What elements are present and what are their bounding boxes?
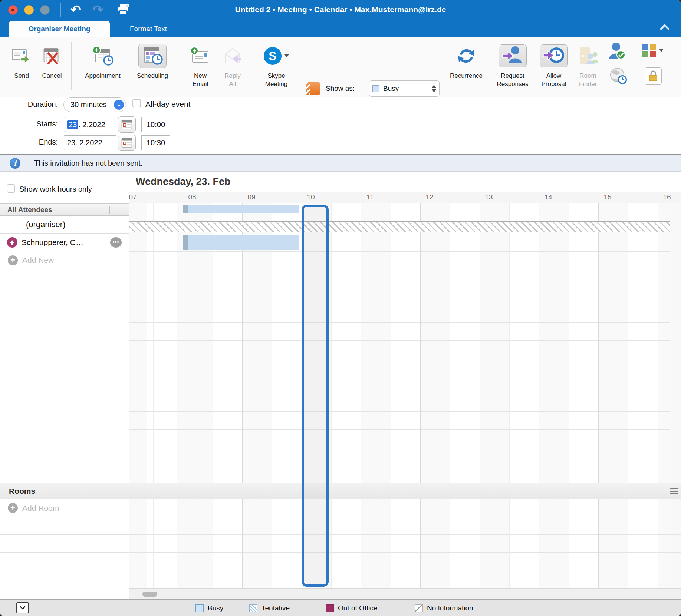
scheduling-assistant: Show work hours only All Attendees (orga… bbox=[0, 172, 681, 599]
show-work-hours-label: Show work hours only bbox=[19, 185, 92, 193]
hour-label-09: 09 bbox=[247, 193, 255, 201]
busy-swatch bbox=[372, 85, 379, 92]
add-attendee-plus-icon[interactable]: + bbox=[8, 255, 18, 265]
send-button[interactable]: Send bbox=[11, 40, 32, 80]
busy-block-attendee bbox=[183, 235, 299, 250]
all-attendees-grid-row[interactable] bbox=[129, 203, 670, 216]
ribbon: Send Cancel bbox=[0, 37, 681, 97]
new-email-button[interactable]: New Email bbox=[188, 40, 212, 88]
horizontal-scrollbar[interactable] bbox=[129, 588, 681, 599]
scheduling-icon bbox=[138, 44, 167, 68]
grid-right-gutter bbox=[670, 203, 681, 483]
column-resize-handle[interactable] bbox=[109, 206, 110, 214]
room-finder-icon bbox=[575, 40, 601, 72]
titlebar: ↶ ↷ Untitled 2 • Meeting • Calendar • Ma… bbox=[0, 0, 681, 37]
new-email-icon bbox=[188, 40, 212, 72]
skype-dropdown-caret[interactable] bbox=[284, 54, 289, 57]
legend-busy: Busy bbox=[195, 600, 223, 616]
hour-label-07: 07 bbox=[129, 193, 136, 201]
legend-busy-swatch bbox=[195, 604, 204, 612]
attendee-row[interactable]: Schnupperer, C… ••• bbox=[0, 234, 129, 251]
recurrence-button[interactable]: Recurrence bbox=[450, 40, 483, 80]
categorize-button[interactable] bbox=[642, 44, 664, 57]
reply-all-icon bbox=[222, 40, 243, 72]
collapse-ribbon-icon[interactable] bbox=[659, 23, 670, 31]
busy-block-all-attendees bbox=[183, 205, 299, 213]
statusbar: Busy Tentative Out of Office No Informat… bbox=[0, 599, 681, 616]
legend-no-information: No Information bbox=[415, 600, 473, 616]
hour-label-10: 10 bbox=[307, 193, 315, 201]
cancel-button[interactable]: Cancel bbox=[42, 40, 62, 80]
starts-label: Starts: bbox=[7, 120, 58, 128]
add-new-attendee-row[interactable]: + Add New bbox=[0, 251, 129, 269]
time-zones-icon[interactable] bbox=[609, 67, 628, 86]
send-icon bbox=[11, 40, 32, 72]
appointment-button[interactable]: Appointment bbox=[85, 40, 120, 80]
window-title: Untitled 2 • Meeting • Calendar • Max.Mu… bbox=[0, 0, 681, 19]
expand-legend-button[interactable] bbox=[16, 602, 29, 613]
rooms-grid-rows[interactable] bbox=[129, 499, 670, 588]
starts-date-picker-button[interactable] bbox=[118, 116, 136, 133]
legend-out-of-office: Out of Office bbox=[326, 600, 377, 616]
horizontal-scrollbar-thumb[interactable] bbox=[142, 592, 157, 597]
starts-date-input[interactable]: 23. 2.2022 bbox=[64, 117, 116, 132]
calendar-icon bbox=[121, 119, 132, 130]
lock-icon bbox=[648, 70, 658, 82]
hour-axis: 07080910111213141516 bbox=[129, 192, 681, 203]
outlook-meeting-window: ↶ ↷ Untitled 2 • Meeting • Calendar • Ma… bbox=[0, 0, 681, 616]
hour-label-16: 16 bbox=[663, 193, 671, 201]
busy-block-edge bbox=[183, 235, 188, 250]
categorize-caret[interactable] bbox=[659, 49, 664, 52]
no-information-band-organiser bbox=[129, 221, 670, 232]
hour-label-11: 11 bbox=[366, 193, 374, 201]
private-lock-button[interactable] bbox=[645, 67, 662, 85]
rooms-grip-icon[interactable] bbox=[670, 488, 678, 494]
add-room-plus-icon[interactable]: + bbox=[8, 503, 18, 513]
ends-date-picker-button[interactable] bbox=[118, 135, 136, 151]
calendar-icon bbox=[121, 138, 132, 148]
duration-caret-icon: ⌄ bbox=[114, 100, 124, 110]
hour-label-08: 08 bbox=[188, 193, 196, 201]
attendee-grid-rows[interactable] bbox=[129, 216, 670, 483]
duration-select[interactable]: 30 minutes ⌄ bbox=[63, 97, 126, 112]
starts-day-selected[interactable]: 23 bbox=[67, 120, 78, 129]
hour-label-13: 13 bbox=[485, 193, 493, 201]
ends-date-input[interactable]: 23. 2.2022 bbox=[64, 135, 116, 150]
day-title: Wednesday, 23. Feb bbox=[129, 172, 681, 192]
selected-time-slot[interactable] bbox=[302, 205, 329, 587]
all-day-label: All-day event bbox=[145, 100, 190, 109]
ribbon-separator bbox=[180, 42, 180, 90]
work-hours-row: Show work hours only bbox=[0, 172, 129, 203]
attendee-options-icon[interactable]: ••• bbox=[110, 237, 122, 248]
infobar-message: This invitation has not been sent. bbox=[34, 155, 142, 172]
skype-meeting-button[interactable]: S Skype Meeting bbox=[261, 40, 291, 88]
show-work-hours-checkbox[interactable] bbox=[7, 184, 15, 193]
ribbon-separator bbox=[71, 42, 72, 90]
rooms-header: Rooms bbox=[0, 483, 681, 499]
starts-time-input[interactable]: 10:00 bbox=[141, 117, 170, 132]
ribbon-separator bbox=[635, 42, 635, 90]
legend-out-of-office-swatch bbox=[326, 604, 334, 612]
allow-proposal-icon bbox=[540, 44, 568, 67]
organiser-row[interactable]: (organiser) bbox=[0, 216, 129, 234]
show-as-stepper[interactable] bbox=[432, 85, 436, 92]
duration-label: Duration: bbox=[7, 100, 58, 109]
add-room-row[interactable]: + Add Room bbox=[0, 499, 129, 517]
hour-label-14: 14 bbox=[544, 193, 552, 201]
attendee-status-icon[interactable] bbox=[608, 42, 626, 61]
ends-time-input[interactable]: 10:30 bbox=[141, 135, 170, 150]
allow-proposal-button[interactable]: Allow Proposal bbox=[537, 40, 570, 88]
panel-divider[interactable] bbox=[129, 172, 129, 599]
tab-format-text[interactable]: Format Text bbox=[119, 21, 177, 37]
legend-tentative: Tentative bbox=[249, 600, 290, 616]
show-as-icon bbox=[306, 82, 320, 95]
scheduling-button[interactable]: Scheduling bbox=[137, 40, 168, 80]
room-finder-button: Room Finder bbox=[575, 40, 601, 88]
request-responses-button[interactable]: Request Responses bbox=[492, 40, 533, 88]
all-day-checkbox[interactable] bbox=[132, 99, 141, 107]
add-new-label: Add New bbox=[22, 251, 54, 269]
legend-tentative-swatch bbox=[249, 604, 257, 612]
appointment-icon bbox=[85, 40, 120, 72]
tab-organiser-meeting[interactable]: Organiser Meeting bbox=[9, 21, 110, 37]
show-as-select[interactable]: Busy bbox=[369, 80, 440, 97]
